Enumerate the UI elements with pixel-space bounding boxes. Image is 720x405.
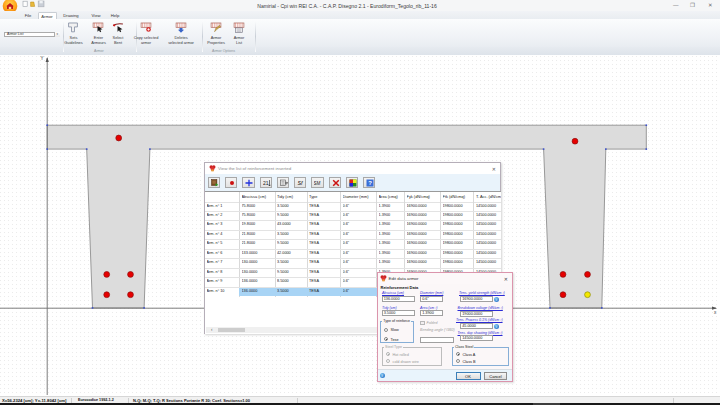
svg-text:21: 21 (263, 180, 269, 186)
svg-text:?: ? (368, 181, 372, 187)
svg-text:Y: Y (41, 56, 44, 61)
svg-text:Sf: Sf (298, 181, 304, 187)
svg-text:SM: SM (314, 182, 321, 187)
